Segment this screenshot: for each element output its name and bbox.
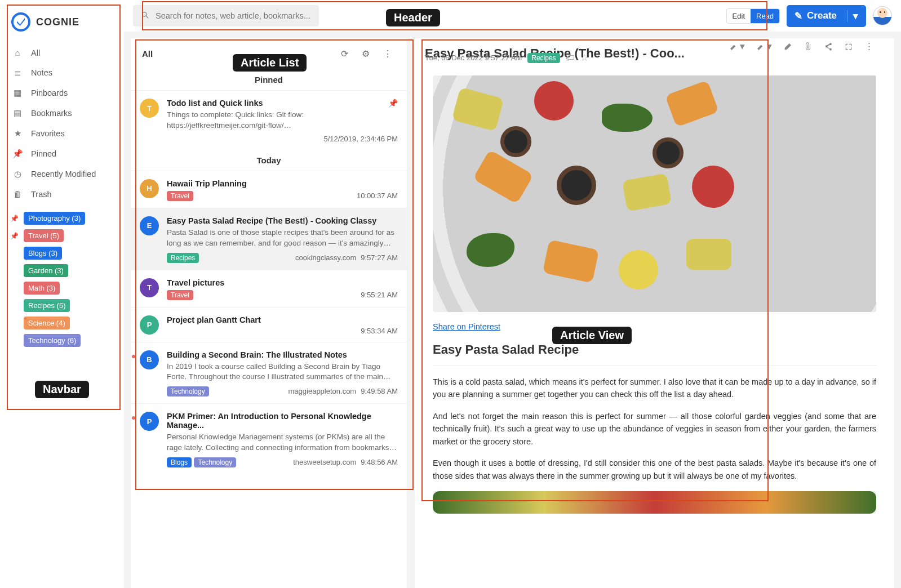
- tag-chip[interactable]: Technology (6): [24, 334, 81, 347]
- tag-chip[interactable]: Science (4): [24, 317, 70, 329]
- item-title: Project plan Gantt Chart: [167, 315, 398, 324]
- item-avatar: P: [140, 412, 159, 431]
- section-header: Pinned: [131, 69, 407, 90]
- list-item[interactable]: B Building a Second Brain: The Illustrat…: [131, 342, 407, 404]
- item-title: Easy Pasta Salad Recipe (The Best!) - Co…: [167, 216, 398, 225]
- nav-item-all[interactable]: ⌂All: [6, 43, 118, 63]
- list-item[interactable]: P PKM Primer: An Introduction to Persona…: [131, 403, 407, 474]
- list-item[interactable]: T Todo list and Quick links 📌 Things to …: [131, 90, 407, 150]
- nav-item-favorites[interactable]: ★Favorites: [6, 123, 118, 144]
- item-meta: 9:55:21 AM: [361, 291, 398, 299]
- list-item[interactable]: T Travel pictures Travel 9:55:21 AM: [131, 270, 407, 307]
- nav-item-trash[interactable]: 🗑Trash: [6, 184, 118, 204]
- search-field[interactable]: [156, 11, 311, 20]
- tag-row: Garden (3): [6, 262, 118, 279]
- divider: [433, 365, 876, 366]
- share-pinterest-link[interactable]: Share on Pinterest: [433, 322, 500, 331]
- tag-row: 📌Travel (5): [6, 227, 118, 244]
- logo-icon: [11, 12, 30, 32]
- item-avatar: H: [140, 179, 159, 198]
- nav-label: Bookmarks: [31, 109, 72, 118]
- unread-dot-icon: [132, 416, 135, 420]
- item-tag-chip[interactable]: Travel: [167, 290, 193, 300]
- article-heading: Easy Pasta Salad Recipe: [433, 342, 876, 357]
- read-mode[interactable]: Read: [751, 9, 779, 23]
- item-tag-chip[interactable]: Technology: [194, 457, 236, 467]
- tag-chip[interactable]: Recipes (5): [24, 299, 70, 312]
- tag-chip[interactable]: Garden (3): [24, 264, 68, 277]
- item-tag-chip[interactable]: Technology: [167, 386, 209, 397]
- create-dropdown-caret-icon[interactable]: ▾: [847, 10, 858, 22]
- pin-icon[interactable]: 📌: [388, 99, 398, 108]
- share-icon[interactable]: [824, 41, 833, 52]
- pin-icon[interactable]: 📌: [8, 232, 20, 240]
- recently-modified-icon: ◷: [12, 169, 23, 179]
- pencil-icon: ✎: [795, 10, 802, 22]
- refresh-icon[interactable]: ⟳: [338, 48, 352, 59]
- logo-text: COGNIE: [36, 16, 79, 28]
- notes-icon: ≣: [12, 68, 23, 78]
- item-snippet: Things to complete: Quick links: Git flo…: [167, 110, 398, 131]
- item-snippet: Personal Knowledge Management systems (o…: [167, 432, 398, 453]
- fullscreen-icon[interactable]: [844, 41, 853, 52]
- list-item[interactable]: E Easy Pasta Salad Recipe (The Best!) - …: [131, 208, 407, 270]
- bookmarks-icon: ▤: [12, 108, 23, 118]
- article-paragraph: And let's not forget the main reason thi…: [433, 410, 876, 448]
- item-meta: 5/12/2019, 2:34:46 PM: [323, 135, 398, 143]
- article-hero-image: [433, 75, 876, 312]
- nav-label: Pinned: [31, 149, 56, 158]
- item-title: PKM Primer: An Introduction to Personal …: [167, 412, 398, 430]
- user-avatar[interactable]: [873, 6, 892, 25]
- trash-icon: 🗑: [12, 189, 23, 199]
- nav-item-notes[interactable]: ≣Notes: [6, 63, 118, 83]
- article-image-2: [433, 491, 876, 514]
- nav-label: Recently Modified: [31, 170, 96, 179]
- create-button[interactable]: ✎ Create ▾: [787, 5, 866, 27]
- nav-label: Favorites: [31, 129, 65, 138]
- nav-item-pinboards[interactable]: ▦Pinboards: [6, 83, 118, 103]
- list-item[interactable]: H Hawaii Trip Planning Travel 10:00:37 A…: [131, 171, 407, 208]
- item-tag-chip[interactable]: Blogs: [167, 457, 192, 467]
- item-title: Travel pictures: [167, 278, 398, 287]
- create-label: Create: [807, 10, 837, 21]
- tag-chip[interactable]: Math (3): [24, 282, 60, 295]
- all-icon: ⌂: [12, 48, 23, 57]
- search-input[interactable]: [133, 5, 319, 26]
- item-snippet: In 2019 I took a course called Building …: [167, 362, 398, 383]
- pin-icon[interactable]: 📌: [8, 215, 20, 222]
- item-meta: thesweetsetup.com9:48:56 AM: [293, 458, 398, 466]
- tag-row: Science (4): [6, 314, 118, 332]
- nav-item-recently-modified[interactable]: ◷Recently Modified: [6, 164, 118, 184]
- section-header: Today: [131, 150, 407, 171]
- list-item[interactable]: P Project plan Gantt Chart 9:53:34 AM: [131, 307, 407, 342]
- favorites-icon: ★: [12, 128, 23, 139]
- item-avatar: T: [140, 99, 159, 118]
- favorite-icon[interactable]: ☆: [580, 52, 588, 63]
- edit-mode[interactable]: Edit: [727, 9, 751, 23]
- eraser-icon[interactable]: [783, 41, 792, 52]
- item-title: Todo list and Quick links 📌: [167, 99, 398, 108]
- highlighter-a-icon[interactable]: ▾: [729, 41, 745, 52]
- highlighter-b-icon[interactable]: ▾: [756, 41, 772, 52]
- tag-icon[interactable]: 🏷: [566, 53, 575, 63]
- tag-row: 📌Photography (3): [6, 210, 118, 227]
- logo[interactable]: COGNIE: [6, 10, 118, 43]
- tag-chip[interactable]: Travel (5): [24, 229, 64, 242]
- tag-row: Blogs (3): [6, 244, 118, 262]
- more-icon[interactable]: ⋮: [380, 48, 396, 59]
- item-tag-chip[interactable]: Travel: [167, 191, 193, 201]
- item-meta: 9:53:34 AM: [361, 327, 398, 335]
- nav-item-pinned[interactable]: 📌Pinned: [6, 144, 118, 164]
- settings-icon[interactable]: ⚙: [358, 48, 373, 59]
- item-avatar: T: [140, 278, 159, 297]
- tag-chip[interactable]: Blogs (3): [24, 247, 62, 260]
- view-mode-switch[interactable]: Edit Read: [726, 8, 780, 24]
- article-tag[interactable]: Recipes: [527, 53, 560, 63]
- article-view: Easy Pasta Salad Recipe (The Best!) - Co…: [415, 38, 894, 588]
- item-tag-chip[interactable]: Recipes: [167, 253, 199, 263]
- unread-dot-icon: [132, 355, 135, 358]
- nav-item-bookmarks[interactable]: ▤Bookmarks: [6, 103, 118, 123]
- attachment-icon[interactable]: [804, 41, 813, 52]
- tag-chip[interactable]: Photography (3): [24, 212, 85, 225]
- view-more-icon[interactable]: ⋮: [864, 41, 874, 52]
